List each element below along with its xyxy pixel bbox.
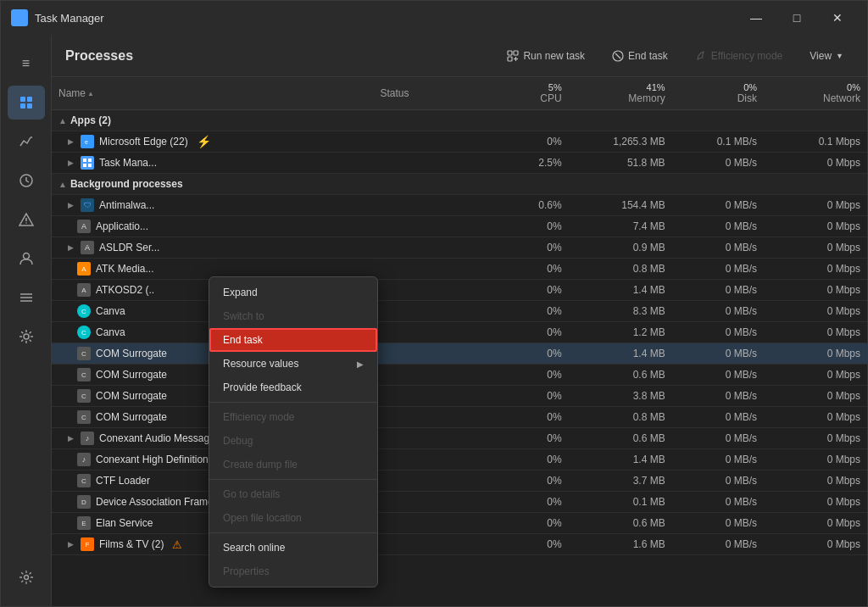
sidebar-item-settings[interactable] (8, 560, 45, 594)
process-name-label: Films & TV (2) (99, 538, 164, 550)
ctx-efficiency-mode[interactable]: Efficiency mode (209, 405, 377, 429)
process-icon (81, 156, 94, 170)
col-header-network[interactable]: 0% Network (764, 77, 867, 110)
process-name-cell: ▶ 🛡 Antimalwa... (52, 195, 373, 216)
efficiency-icon (695, 50, 707, 62)
ctx-search-online-label: Search online (223, 542, 285, 554)
process-icon: E (77, 516, 91, 530)
table-row[interactable]: ▶ Task Mana... 2.5% 51.8 MB 0 MB/s (52, 153, 867, 174)
sidebar-item-services[interactable] (8, 320, 45, 354)
process-name-label: ATK Media... (96, 263, 153, 275)
col-header-status[interactable]: Status (373, 77, 487, 110)
table-row[interactable]: E Elan Service 0% 0.6 MB 0 MB/s 0 Mbps (52, 513, 867, 534)
processes-table-container[interactable]: Name ▲ Status 5% CPU (52, 77, 867, 606)
process-icon: C (77, 347, 91, 360)
process-icon: A (77, 220, 91, 233)
ctx-debug[interactable]: Debug (209, 429, 377, 453)
table-row[interactable]: C COM Surrogate 0% 1.4 MB 0 MB/s 0 Mbps (52, 343, 867, 365)
expand-arrow[interactable]: ▶ (65, 539, 75, 549)
process-status (373, 131, 487, 153)
end-task-button[interactable]: End task (602, 43, 678, 69)
sidebar-item-details[interactable] (8, 281, 45, 315)
svg-rect-5 (27, 97, 32, 102)
svg-rect-29 (83, 164, 86, 167)
table-row[interactable]: ▶ 🛡 Antimalwa... 0.6% 154.4 MB 0 M (52, 195, 867, 216)
ctx-expand-label: Expand (223, 287, 258, 298)
maximize-button[interactable]: □ (777, 4, 816, 31)
table-row[interactable]: ▶ F Films & TV (2) ⚠ 0% 1.6 MB (52, 534, 867, 555)
table-row[interactable]: D Device Association Framewor... 0% 0.1 … (52, 492, 867, 513)
apps-collapse-arrow[interactable]: ▲ (58, 116, 67, 125)
expand-arrow[interactable]: ▶ (65, 158, 75, 168)
ctx-search-online[interactable]: Search online (209, 536, 377, 560)
expand-arrow[interactable]: ▶ (65, 433, 75, 443)
ctx-end-task[interactable]: End task (209, 328, 377, 352)
run-icon (507, 50, 519, 62)
table-row[interactable]: A Applicatio... 0% 7.4 MB 0 MB/s 0 Mbps (52, 216, 867, 237)
minimize-button[interactable]: — (737, 4, 776, 31)
section-header-background[interactable]: ▲ Background processes (52, 174, 867, 195)
svg-rect-2 (14, 19, 19, 23)
svg-rect-28 (88, 159, 92, 162)
table-row[interactable]: C COM Surrogate 0% 0.8 MB 0 MB/s 0 Mbps (52, 407, 867, 428)
table-row[interactable]: C Canva 0% 1.2 MB 0 MB/s 0 Mbps (52, 322, 867, 343)
sidebar-item-processes[interactable] (8, 86, 45, 120)
sidebar-item-apphistory[interactable] (8, 164, 45, 198)
view-button[interactable]: View ▼ (799, 43, 854, 69)
sidebar-item-users[interactable] (8, 242, 45, 276)
process-icon: C (77, 368, 91, 381)
context-menu: Expand Switch to End task Resource value… (209, 276, 378, 588)
ctx-properties-label: Properties (223, 565, 270, 577)
process-name-cell: ▶ Task Mana... (52, 153, 373, 174)
expand-arrow[interactable]: ▶ (65, 242, 75, 253)
table-row[interactable]: ▶ ♪ Conexant Audio Message Serv... 0% 0.… (52, 428, 867, 449)
table-header-row: Name ▲ Status 5% CPU (52, 77, 867, 110)
col-header-memory[interactable]: 41% Memory (569, 77, 672, 110)
process-icon: C (77, 304, 91, 318)
ctx-open-file-location[interactable]: Open file location (209, 506, 377, 530)
ctx-resource-values[interactable]: Resource values ▶ (209, 352, 377, 376)
ctx-efficiency-mode-label: Efficiency mode (223, 411, 295, 423)
table-row[interactable]: A ATKOSD2 (.. 0% 1.4 MB 0 MB/s 0 Mbps (52, 280, 867, 301)
view-dropdown-arrow: ▼ (836, 52, 843, 60)
table-row[interactable]: C COM Surrogate 0% 3.8 MB 0 MB/s 0 Mbps (52, 386, 867, 407)
process-name-label: COM Surrogate (96, 390, 167, 402)
table-row[interactable]: C Canva 0% 8.3 MB 0 MB/s 0 Mbps (52, 301, 867, 322)
ctx-expand[interactable]: Expand (209, 281, 377, 304)
bg-collapse-arrow[interactable]: ▲ (58, 180, 67, 189)
col-header-name[interactable]: Name ▲ (52, 77, 373, 110)
process-icon: C (77, 389, 91, 403)
sidebar-item-startup[interactable] (8, 203, 45, 237)
table-row[interactable]: A ATK Media... 0% 0.8 MB 0 MB/s 0 Mbps (52, 259, 867, 280)
svg-point-17 (24, 576, 28, 580)
sidebar-item-performance[interactable] (8, 125, 45, 159)
run-new-task-button[interactable]: Run new task (497, 43, 595, 69)
sidebar-item-hamburger[interactable]: ≡ (8, 47, 45, 81)
table-row[interactable]: ▶ A ASLDR Ser... 0% 0.9 MB 0 MB/s (52, 237, 867, 259)
table-row[interactable]: C COM Surrogate 0% 0.6 MB 0 MB/s 0 Mbps (52, 365, 867, 386)
svg-rect-7 (27, 103, 32, 109)
svg-rect-3 (20, 19, 25, 23)
ctx-provide-feedback[interactable]: Provide feedback (209, 376, 377, 399)
table-row[interactable]: C CTF Loader 0% 3.7 MB 0 MB/s 0 Mbps (52, 471, 867, 492)
ctx-create-dump[interactable]: Create dump file (209, 453, 377, 476)
table-row[interactable]: ▶ e Microsoft Edge (22) ⚡ 0% 1, (52, 131, 867, 153)
svg-rect-6 (20, 103, 25, 109)
col-header-cpu[interactable]: 5% CPU (488, 77, 569, 110)
ctx-go-to-details[interactable]: Go to details (209, 482, 377, 506)
col-header-disk[interactable]: 0% Disk (672, 77, 764, 110)
table-row[interactable]: ♪ Conexant High Definition Aud... 0% 1.4… (52, 449, 867, 471)
expand-arrow[interactable]: ▶ (65, 136, 75, 147)
toolbar: Processes Run new task (52, 35, 867, 77)
process-name-label: Elan Service (96, 517, 153, 529)
ctx-properties[interactable]: Properties (209, 560, 377, 583)
close-button[interactable]: ✕ (818, 4, 857, 31)
title-bar: Task Manager — □ ✕ (1, 1, 867, 35)
efficiency-mode-button[interactable]: Efficiency mode (685, 43, 793, 69)
expand-arrow[interactable]: ▶ (65, 200, 75, 210)
process-memory: 1,265.3 MB (569, 131, 672, 153)
process-name-cell: ▶ e Microsoft Edge (22) ⚡ (52, 131, 373, 153)
section-header-apps[interactable]: ▲ Apps (2) (52, 110, 867, 131)
task-manager-window: Task Manager — □ ✕ ≡ (0, 0, 868, 607)
ctx-switch-to[interactable]: Switch to (209, 304, 377, 328)
